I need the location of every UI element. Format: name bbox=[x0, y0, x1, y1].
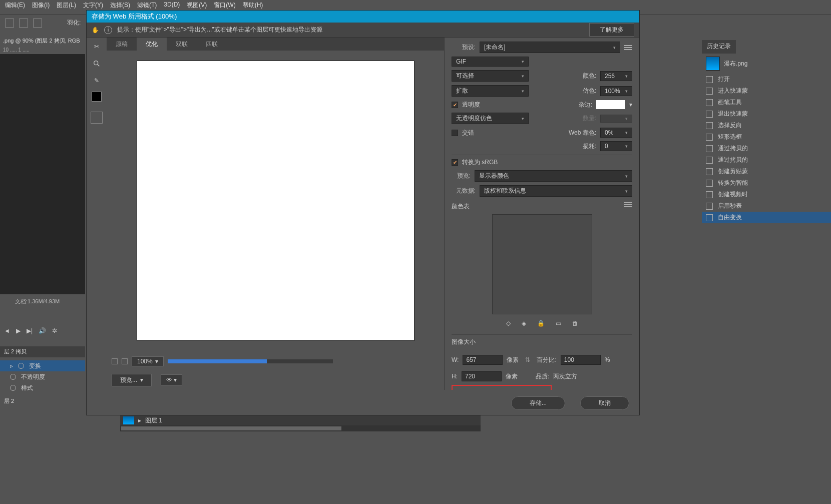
websnap-select[interactable]: 0%▾ bbox=[600, 128, 632, 138]
ct-trash-icon[interactable]: 🗑 bbox=[572, 320, 578, 327]
color-table-menu-icon[interactable] bbox=[624, 202, 632, 207]
minus-icon[interactable] bbox=[112, 358, 118, 364]
menu-filter[interactable]: 滤镜(T) bbox=[137, 1, 157, 9]
history-item[interactable]: 创建剪贴蒙 bbox=[702, 166, 831, 177]
menu-layer[interactable]: 图层(L) bbox=[57, 1, 76, 9]
next-frame-icon[interactable]: ▶| bbox=[27, 327, 33, 334]
plus-icon[interactable] bbox=[122, 358, 128, 364]
history-item[interactable]: 通过拷贝的 bbox=[702, 143, 831, 154]
timeline-layer-footer[interactable]: 层 2 bbox=[0, 396, 85, 406]
menu-edit[interactable]: 编辑(E) bbox=[5, 1, 25, 9]
dither-label: 仿色: bbox=[583, 87, 596, 95]
color-table[interactable] bbox=[452, 214, 632, 314]
history-item[interactable]: 打开 bbox=[702, 74, 831, 85]
menu-3d[interactable]: 3D(D) bbox=[164, 1, 180, 9]
srgb-checkbox[interactable]: ✔ bbox=[452, 159, 458, 166]
preview-button[interactable]: 预览...▾ bbox=[112, 374, 152, 386]
history-step-label: 矩形选框 bbox=[718, 133, 742, 141]
tab-2up[interactable]: 双联 bbox=[167, 38, 197, 51]
dither-method-select[interactable]: 扩散▾ bbox=[452, 85, 529, 97]
timeline-scrollbar[interactable] bbox=[120, 425, 481, 431]
tab-4up[interactable]: 四联 bbox=[197, 38, 227, 51]
marquee-icon[interactable] bbox=[19, 19, 28, 28]
first-frame-icon[interactable]: ◄ bbox=[4, 327, 10, 334]
ct-icon-2[interactable]: ◈ bbox=[522, 320, 526, 327]
history-item[interactable]: 退出快速蒙 bbox=[702, 108, 831, 120]
timeline-layer-header[interactable]: 层 2 拷贝 bbox=[0, 346, 85, 357]
menu-help[interactable]: 帮助(H) bbox=[243, 1, 263, 9]
eyedropper-icon[interactable]: ✎ bbox=[91, 75, 103, 87]
stopwatch-icon[interactable] bbox=[10, 385, 16, 391]
learn-more-button[interactable]: 了解更多 bbox=[589, 23, 634, 37]
tool-preset-icon[interactable] bbox=[5, 19, 14, 28]
history-tab[interactable]: 历史记录 bbox=[702, 40, 736, 54]
reduction-select[interactable]: 可选择▾ bbox=[452, 70, 529, 82]
history-file-row[interactable]: 瀑布.png bbox=[702, 54, 831, 74]
eyedropper-color-swatch[interactable] bbox=[92, 92, 102, 102]
preview-colors-select[interactable]: 显示器颜色▾ bbox=[475, 170, 632, 182]
slice-visibility-icon[interactable] bbox=[91, 112, 103, 124]
settings-gear-icon[interactable]: ✲ bbox=[52, 327, 57, 334]
audio-icon[interactable]: 🔊 bbox=[39, 327, 46, 334]
document-tab[interactable]: .png @ 90% (图层 2 拷贝, RGB bbox=[0, 36, 85, 46]
dialog-titlebar[interactable]: 存储为 Web 所用格式 (100%) bbox=[87, 11, 639, 23]
dither-select[interactable]: 100%▾ bbox=[600, 86, 632, 96]
ct-icon-1[interactable]: ◇ bbox=[506, 320, 511, 327]
history-item[interactable]: 选择反向 bbox=[702, 120, 831, 131]
ct-lock-icon[interactable]: 🔒 bbox=[537, 320, 545, 327]
preset-select[interactable]: [未命名]▾ bbox=[480, 42, 620, 53]
history-item[interactable]: 矩形选框 bbox=[702, 131, 831, 143]
metadata-select[interactable]: 版权和联系信息▾ bbox=[480, 185, 632, 197]
transparency-checkbox[interactable]: ✔ bbox=[452, 102, 458, 108]
preview-canvas[interactable] bbox=[137, 61, 414, 341]
history-item[interactable]: 画笔工具 bbox=[702, 97, 831, 108]
lossy-select[interactable]: 0▾ bbox=[600, 141, 632, 151]
menu-text[interactable]: 文字(Y) bbox=[83, 1, 103, 9]
no-trans-dither-select[interactable]: 无透明度仿色▾ bbox=[452, 113, 529, 124]
history-item[interactable]: 自由变换 bbox=[702, 212, 831, 223]
zoom-tool-icon[interactable] bbox=[91, 58, 103, 70]
preset-menu-icon[interactable] bbox=[624, 45, 632, 50]
hand-tool-icon[interactable]: ✋ bbox=[92, 27, 99, 34]
slice-tool-icon[interactable]: ✂ bbox=[91, 41, 103, 53]
prop-opacity[interactable]: 不透明度 bbox=[0, 371, 85, 382]
matte-caret-icon[interactable]: ▾ bbox=[629, 101, 632, 108]
format-select[interactable]: GIF▾ bbox=[452, 57, 529, 67]
prop-label: 不透明度 bbox=[21, 373, 45, 381]
interlaced-checkbox[interactable] bbox=[452, 130, 458, 136]
matte-swatch[interactable] bbox=[596, 100, 625, 109]
height-input[interactable]: 720 bbox=[462, 371, 502, 381]
file-thumbnail bbox=[706, 57, 720, 71]
colors-select[interactable]: 256▾ bbox=[600, 71, 632, 81]
menu-select[interactable]: 选择(S) bbox=[110, 1, 130, 9]
save-button[interactable]: 存储... bbox=[511, 396, 565, 410]
timeline-caret-icon[interactable]: ▸ bbox=[138, 417, 141, 424]
menu-view[interactable]: 视图(V) bbox=[187, 1, 207, 9]
ct-new-icon[interactable]: ▭ bbox=[556, 320, 561, 327]
stopwatch-icon[interactable] bbox=[10, 374, 16, 380]
tab-optimized[interactable]: 优化 bbox=[137, 38, 167, 51]
prop-style[interactable]: 样式 bbox=[0, 382, 85, 393]
marquee2-icon[interactable] bbox=[33, 19, 42, 28]
stopwatch-icon[interactable] bbox=[18, 363, 24, 369]
zoom-select[interactable]: 100%▾ bbox=[132, 356, 164, 366]
keyframe-icon[interactable]: ▹ bbox=[10, 362, 13, 369]
link-dimensions-icon[interactable]: ⇅ bbox=[523, 350, 533, 370]
history-item[interactable]: 通过拷贝的 bbox=[702, 154, 831, 166]
history-item[interactable]: 创建视频时 bbox=[702, 189, 831, 200]
percent-input[interactable]: 100 bbox=[561, 355, 601, 365]
history-item[interactable]: 启用秒表 bbox=[702, 200, 831, 212]
timeline-strip[interactable]: ▸ 图层 1 bbox=[120, 415, 481, 425]
width-input[interactable]: 657 bbox=[463, 355, 503, 365]
cancel-button[interactable]: 取消 bbox=[580, 396, 629, 410]
prop-transform[interactable]: ▹ 变换 bbox=[0, 360, 85, 371]
menu-image[interactable]: 图像(I) bbox=[32, 1, 50, 9]
play-icon[interactable]: ▶ bbox=[16, 327, 21, 334]
browser-preview-button[interactable]: 👁 ▾ bbox=[161, 374, 182, 385]
tab-original[interactable]: 原稿 bbox=[107, 38, 137, 51]
history-item[interactable]: 进入快速蒙 bbox=[702, 85, 831, 97]
color-table-label: 颜色表 bbox=[452, 202, 470, 211]
menu-window[interactable]: 窗口(W) bbox=[214, 1, 235, 9]
quality-value[interactable]: 两次立方 bbox=[553, 372, 577, 381]
history-item[interactable]: 转换为智能 bbox=[702, 177, 831, 189]
